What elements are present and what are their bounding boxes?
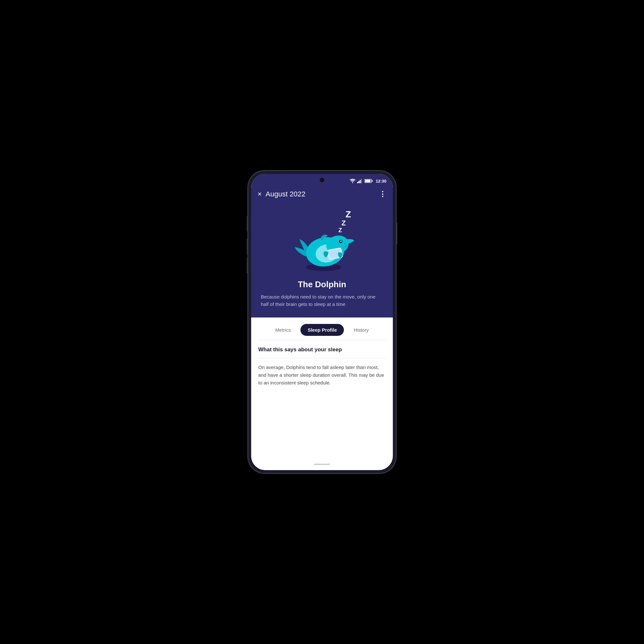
header-title: August 2022	[266, 190, 375, 198]
phone-device: 12:30 × August 2022 ⋮ Z Z Z	[248, 171, 396, 473]
close-button[interactable]: ×	[258, 191, 262, 198]
svg-rect-5	[365, 180, 370, 182]
bottom-handle	[251, 460, 393, 470]
z-big: Z	[346, 210, 351, 219]
tab-sleep-profile[interactable]: Sleep Profile	[300, 324, 344, 336]
wifi-icon	[350, 179, 355, 183]
battery-icon	[365, 179, 373, 183]
app-header: × August 2022 ⋮	[251, 186, 393, 204]
svg-rect-6	[372, 180, 373, 182]
content-body: On average, Dolphins tend to fall asleep…	[258, 364, 386, 387]
content-area: What this says about your sleep On avera…	[251, 340, 393, 460]
more-button[interactable]: ⋮	[379, 190, 386, 198]
svg-point-12	[340, 241, 342, 242]
phone-screen: 12:30 × August 2022 ⋮ Z Z Z	[251, 174, 393, 470]
status-time: 12:30	[376, 179, 386, 184]
bottom-section: Metrics Sleep Profile History What this …	[251, 317, 393, 470]
tab-metrics[interactable]: Metrics	[268, 324, 298, 336]
status-bar: 12:30	[251, 174, 393, 186]
content-divider	[258, 358, 386, 358]
svg-rect-1	[358, 181, 359, 183]
svg-rect-0	[357, 182, 358, 183]
z-med: Z	[342, 220, 346, 227]
handle-bar	[314, 464, 330, 465]
hero-title: The Dolphin	[298, 279, 346, 289]
z-small: Z	[338, 227, 342, 233]
content-heading: What this says about your sleep	[258, 346, 386, 353]
hero-section: Z Z Z	[251, 204, 393, 317]
tab-history[interactable]: History	[346, 324, 376, 336]
svg-rect-2	[360, 180, 361, 183]
signal-icon	[357, 179, 363, 183]
status-icons: 12:30	[350, 179, 386, 184]
svg-rect-3	[361, 179, 362, 183]
hero-description: Because dolphins need to stay on the mov…	[261, 293, 383, 308]
zzz-decoration: Z Z Z	[338, 210, 351, 233]
dolphin-illustration: Z Z Z	[290, 210, 354, 274]
tabs-row: Metrics Sleep Profile History	[251, 317, 393, 340]
camera-notch	[320, 178, 324, 182]
